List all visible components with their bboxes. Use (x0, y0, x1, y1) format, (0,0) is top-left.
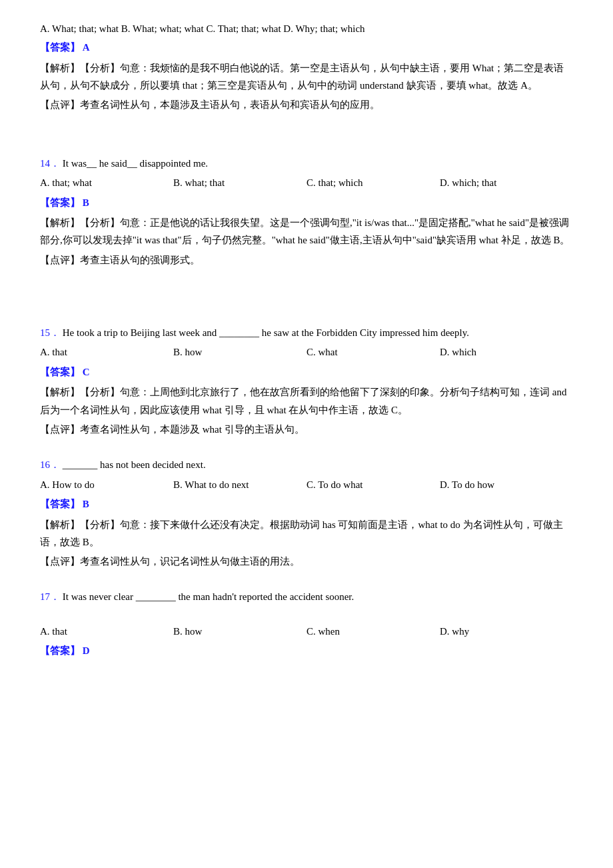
q14-answer-line: 【答案】 B (40, 195, 573, 212)
q16-option-b: B. What to do next (173, 477, 306, 494)
q14-option-a: A. that; what (40, 175, 173, 192)
q17-option-a: A. that (40, 623, 173, 641)
q16-num: 16． (40, 459, 60, 470)
q17-option-c: C. when (306, 623, 440, 641)
intro-options-text: A. What; that; what B. What; what; what … (40, 23, 365, 34)
intro-answer-value: A (83, 42, 90, 53)
q16-answer-line: 【答案】 B (40, 496, 573, 513)
q16-analysis: 【解析】【分析】句意：接下来做什么还没有决定。根据助动词 has 可知前面是主语… (40, 516, 573, 551)
q16-option-c: C. To do what (306, 477, 440, 494)
section-17: 17． It was never clear ________ the man … (40, 589, 573, 660)
q16-option-a: A. How to do (40, 477, 173, 494)
q17-option-d: D. why (440, 623, 573, 641)
q15-option-a: A. that (40, 344, 173, 361)
question-14-line: 14． It was__ he said__ disappointed me. (40, 155, 573, 173)
intro-review: 【点评】考查名词性从句，本题涉及主语从句，表语从句和宾语从句的应用。 (40, 96, 573, 113)
q16-option-d: D. To do how (440, 477, 573, 494)
q16-answer-label: 【答案】 (40, 499, 80, 509)
q15-option-d: D. which (440, 344, 573, 361)
q15-answer-line: 【答案】 C (40, 364, 573, 381)
q15-text: He took a trip to Beijing last week and … (63, 327, 469, 338)
section-intro: A. What; that; what B. What; what; what … (40, 20, 573, 114)
spacer-1 (40, 126, 573, 141)
spacer-5 (40, 310, 573, 325)
q15-option-b: B. how (173, 344, 306, 361)
question-15-line: 15． He took a trip to Beijing last week … (40, 325, 573, 342)
intro-options-line: A. What; that; what B. What; what; what … (40, 20, 573, 37)
q16-text: _______ has not been decided next. (63, 459, 206, 470)
q14-answer-label: 【答案】 (40, 197, 80, 208)
question-17-line: 17． It was never clear ________ the man … (40, 589, 573, 606)
q17-text: It was never clear ________ the man hadn… (63, 591, 354, 602)
q15-analysis: 【解析】【分析】句意：上周他到北京旅行了，他在故宫所看到的给他留下了深刻的印象。… (40, 383, 573, 419)
intro-answer-label: 【答案】 (40, 42, 80, 53)
intro-analysis: 【解析】【分析】句意：我烦恼的是我不明白他说的话。第一空是主语从句，从句中缺主语… (40, 59, 573, 95)
q17-options: A. that B. how C. when D. why (40, 623, 573, 641)
q15-option-c: C. what (306, 344, 440, 361)
q15-review: 【点评】考查名词性从句，本题涉及 what 引导的主语从句。 (40, 421, 573, 438)
spacer-7 (40, 582, 573, 589)
q15-options: A. that B. how C. what D. which (40, 344, 573, 361)
q14-answer-value: B (83, 197, 89, 208)
spacer-2 (40, 141, 573, 155)
q17-num: 17． (40, 591, 60, 602)
spacer-8 (40, 609, 573, 623)
q14-text: It was__ he said__ disappointed me. (63, 158, 208, 169)
q17-answer-label: 【答案】 (40, 645, 80, 656)
q14-option-c: C. that; which (306, 175, 440, 192)
q14-review: 【点评】考查主语从句的强调形式。 (40, 251, 573, 269)
q17-option-b: B. how (173, 623, 306, 641)
q15-num: 15． (40, 327, 60, 338)
q14-option-b: B. what; that (173, 175, 306, 192)
q17-answer-value: D (83, 645, 90, 656)
q14-option-d: D. which; that (440, 175, 573, 192)
q16-review: 【点评】考查名词性从句，识记名词性从句做主语的用法。 (40, 553, 573, 570)
section-14: 14． It was__ he said__ disappointed me. … (40, 155, 573, 269)
spacer-4 (40, 295, 573, 310)
q14-options: A. that; what B. what; that C. that; whi… (40, 175, 573, 192)
spacer-3 (40, 281, 573, 295)
section-15: 15． He took a trip to Beijing last week … (40, 325, 573, 438)
question-16-line: 16． _______ has not been decided next. (40, 457, 573, 474)
spacer-6 (40, 450, 573, 457)
q14-num: 14． (40, 158, 60, 169)
intro-answer-line: 【答案】 A (40, 39, 573, 57)
q16-options: A. How to do B. What to do next C. To do… (40, 477, 573, 494)
q16-answer-value: B (83, 499, 89, 509)
q15-answer-value: C (83, 367, 90, 377)
q17-answer-line: 【答案】 D (40, 643, 573, 660)
q14-analysis: 【解析】【分析】句意：正是他说的话让我很失望。这是一个强调句型,"it is/w… (40, 214, 573, 249)
q15-answer-label: 【答案】 (40, 367, 80, 377)
section-16: 16． _______ has not been decided next. A… (40, 457, 573, 570)
